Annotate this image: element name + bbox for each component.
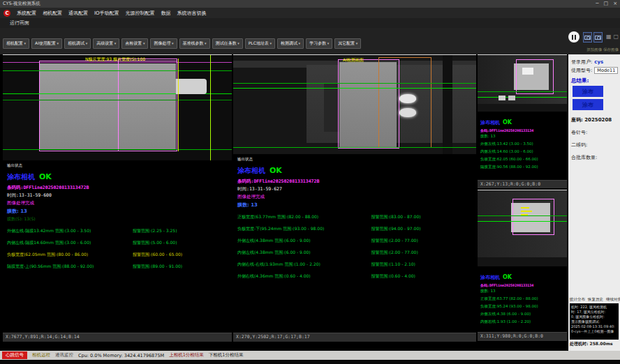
preview-camera-view-1[interactable] xyxy=(478,54,567,112)
bright-spot xyxy=(399,108,416,117)
titlebar: CYS-视觉检测系统 ─ □ × xyxy=(0,0,620,8)
toolbar-button-detect-debug[interactable]: 检测调试 xyxy=(277,38,304,49)
menu-item-light-control[interactable]: 光源控制配置 xyxy=(126,10,155,17)
preview-pixel-status-1: X:267;Y:13;R:0;G:0;B:0 xyxy=(478,180,567,188)
roi-rect xyxy=(516,59,554,94)
measurement-alarm-range: 报警范围:(94.00 - 97.00) xyxy=(371,226,472,232)
toolbar-button-camera-config[interactable]: 相机配置 xyxy=(3,38,29,49)
toolbar-button-other-config[interactable]: 其它配置 xyxy=(334,38,361,49)
measurement-row: 内侧右线-右线(1.93mm 范围:(1.00 - 2.20)报警范围:(1.1… xyxy=(237,261,472,268)
stats-panel: 机时: 222, 版局检测机 时: 17, 版局分检机时: 0, 版局图像分检机… xyxy=(570,303,619,340)
measurement-value: 外侧左线(4.38mm 范围:(6.00 - 9.00) xyxy=(237,238,371,244)
batch-code-label: 座码: xyxy=(571,117,583,123)
menu-item-data[interactable]: 数据 xyxy=(161,10,171,17)
measurement-row: 隔膜宽度-上(90.56mm 范围:(88.00 - 92.00)报警范围:(8… xyxy=(7,264,228,270)
toolbar-button-camera-debug[interactable]: 相机调试 xyxy=(64,38,91,49)
batch-code: 座码: 20250208 xyxy=(571,116,612,123)
toolbar-button-spot-check[interactable]: 点检设置 xyxy=(121,38,148,49)
window-icon[interactable]: ▢ xyxy=(613,33,619,40)
close-button[interactable]: × xyxy=(613,1,617,7)
measure-line xyxy=(233,83,476,84)
camera-save-button[interactable] xyxy=(593,32,603,43)
bottom-status-bar: 心跳信号 相机远程 通讯监控 Cpu: 0.0% Memory: 3424.41… xyxy=(0,351,620,360)
result-status-ok: OK xyxy=(270,166,282,175)
measurement-row: 外侧左线-隔膜13.42mm 范围:(3.00 - 3.50)报警范围:(2.2… xyxy=(7,228,228,234)
menu-item-comm-config[interactable]: 通讯配置 xyxy=(68,10,88,17)
total-result-label: 总结果: xyxy=(571,77,589,84)
minimize-button[interactable]: ─ xyxy=(596,1,598,7)
login-user-label: 登录用户: xyxy=(571,59,592,66)
measurement-line: 膜数: 13 xyxy=(480,289,564,294)
menu-item-camera-config[interactable]: 相机配置 xyxy=(43,10,62,17)
measurement-alarm-range: 报警范围:(0.60 - 4.00) xyxy=(371,273,472,280)
center-camera-panel: AI检测画面 输出状态 涂布相机OK 条码码:DFFline2025020813… xyxy=(233,54,476,342)
heartbeat-indicator[interactable]: 心跳信号 xyxy=(2,351,27,359)
roi-rect xyxy=(512,199,554,235)
overlay-mark xyxy=(521,211,532,212)
grid-icon[interactable]: ▦ xyxy=(606,33,612,40)
lower-camera-result-link[interactable]: 下相机1分检结果 xyxy=(209,352,244,358)
toolbar-button-image-processing[interactable]: 图像处理 xyxy=(150,38,177,49)
maximize-button[interactable]: □ xyxy=(604,1,609,7)
center-camera-view[interactable]: AI检测画面 xyxy=(233,54,476,154)
model-value[interactable]: Mode11 xyxy=(594,67,618,74)
measurement-alarm-range: 报警范围:(5.00 - 6.00) xyxy=(133,240,228,246)
result-box-lower: 涂布 xyxy=(573,99,603,110)
result-status-ok: OK xyxy=(503,274,512,280)
bottom-strip xyxy=(0,360,620,364)
measurement-line: 正极宽度:63.77 (82.00 - 88.00) xyxy=(480,296,564,301)
camera-capture-button[interactable] xyxy=(583,32,592,43)
barcode-text: 条码:DFFline20250208133134 xyxy=(480,283,564,287)
camera-icon xyxy=(595,36,601,40)
result-title: 涂布相机 xyxy=(237,167,265,174)
stats-tabs: 统计分布 恢复历史 继续对焦 xyxy=(570,297,620,302)
left-result-box: 输出状态 涂布相机OK 条码码:DFFline2025020813313472B… xyxy=(3,160,232,333)
toolbar-button-ai-config[interactable]: AI使用配置 xyxy=(31,38,62,49)
menu-item-language[interactable]: 系统语言切换 xyxy=(177,10,207,17)
stats-line: 机时: 222, 版局检测机 xyxy=(571,305,617,310)
machine-post xyxy=(443,55,452,154)
pause-button[interactable] xyxy=(568,31,580,43)
upper-camera-result-link[interactable]: 上相机1分检结果 xyxy=(169,352,204,358)
toolbar-button-test-tasks[interactable]: 测试任务数 xyxy=(212,38,243,49)
measurement-line: 负极宽度:62.05 (60.00 - 66.00) xyxy=(480,157,564,162)
measure-vline xyxy=(210,55,211,160)
stats-tab-distribution[interactable]: 统计分布 xyxy=(570,297,585,302)
toolbar-button-baseline-params[interactable]: 基准线参数 xyxy=(179,38,210,49)
app-window: CYS-视觉检测系统 ─ □ × C 系统配置 相机配置 通讯配置 IO手动配置… xyxy=(0,0,620,364)
login-user-value: cys xyxy=(594,59,603,65)
measurement-alarm-range: 报警范围:(2.00 - 77.00) xyxy=(371,238,472,244)
left-camera-view[interactable]: N极片宽度:93 极片宽度(S):100 xyxy=(3,54,232,160)
measurement-alarm-range: 报警范围:(60.00 - 65.00) xyxy=(133,252,228,258)
center-pixel-status: X:270,Y:2502;R:17;G:17;B:17 xyxy=(233,333,476,342)
info-sidebar: 登录用户: cys 使用型号: Mode11 总结果: 涂布 涂布 座码: 20… xyxy=(568,54,620,351)
toolbar-button-plc-address[interactable]: PLC地址表 xyxy=(245,38,275,49)
measure-line xyxy=(478,215,567,216)
result-title: 涂布相机 xyxy=(480,275,500,280)
measure-line xyxy=(478,97,567,98)
menu-item-system-config[interactable]: 系统配置 xyxy=(17,10,36,17)
preview-camera-view-2[interactable] xyxy=(478,190,567,266)
result-title: 涂布相机 xyxy=(480,120,500,126)
menu-item-io-manual[interactable]: IO手动配置 xyxy=(94,10,119,17)
measurement-row: 外侧左线(4.38mm 范围:(6.00 - 9.00)报警范围:(2.00 -… xyxy=(237,238,472,244)
stats-tab-history[interactable]: 恢复历史 xyxy=(588,297,603,302)
measurement-value: 外侧左线-隔膜13.42mm 范围:(3.00 - 3.50) xyxy=(7,228,133,234)
stats-tab-focus[interactable]: 继续对焦 xyxy=(606,297,620,302)
bright-spot xyxy=(499,96,505,100)
left-camera-panel: N极片宽度:93 极片宽度(S):100 输出状态 涂布相机OK 条码码:DFF… xyxy=(3,54,232,342)
result-box-upper: 涂布 xyxy=(573,86,603,97)
quick-note: 抓拍图像 保存图像 xyxy=(586,47,619,52)
measurement-row: 正极宽度(63.77mm 范围:(82.00 - 88.00)报警范围:(83.… xyxy=(237,214,472,220)
stats-line: 时: 17, 版局分检机时: xyxy=(571,310,617,314)
timestamp: 时间:13-31-59-627 xyxy=(237,186,472,192)
measure-line xyxy=(233,88,476,89)
toolbar-button-learn-params[interactable]: 学习参数 xyxy=(306,38,332,49)
stats-line: 0, 版局图像分检机时: xyxy=(571,314,617,319)
measurement-alarm-range: 报警范围:(2.00 - 77.00) xyxy=(371,250,472,256)
result-status-ok: OK xyxy=(39,172,52,181)
measurement-line: 外侧左线:13.42 (3.00 - 3.50) xyxy=(480,142,564,146)
toolbar-button-advanced-settings[interactable]: 高级设置 xyxy=(93,38,119,49)
tab-run-view[interactable]: 运行画面 xyxy=(10,20,29,26)
measurement-alarm-range: 报警范围:(1.10 - 2.10) xyxy=(371,261,472,268)
